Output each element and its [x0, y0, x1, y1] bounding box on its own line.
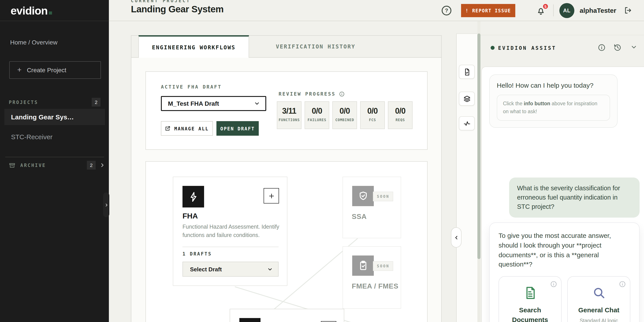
fha-draft-select[interactable]: M_Test FHA Draft — [161, 96, 266, 111]
create-project-button[interactable]: + Create Project — [9, 61, 101, 79]
add-fha-draft-button[interactable] — [264, 188, 279, 204]
user-name: alphaTester — [580, 6, 616, 14]
collapse-chevron-button[interactable] — [630, 44, 638, 51]
assist-header: EVIDION ASSIST — [480, 39, 644, 56]
info-icon[interactable] — [550, 281, 557, 288]
archive-icon — [9, 162, 16, 168]
help-button[interactable]: ? — [442, 6, 451, 15]
chevron-right-icon[interactable] — [100, 163, 105, 168]
card-divider — [182, 247, 278, 247]
assistant-message-text: To give you the most accurate answer, sh… — [498, 231, 630, 269]
option-subtitle: Standard AI logic — [571, 317, 626, 322]
manage-all-button[interactable]: MANAGE ALL — [161, 121, 213, 136]
info-icon[interactable] — [339, 91, 345, 97]
active-fha-draft-panel: ACTIVE FHA DRAFT M_Test FHA Draft MANAGE… — [146, 71, 428, 150]
logout-icon — [624, 6, 632, 14]
stat-functions: 3/11 FUNCTIONS — [277, 101, 302, 129]
stat-fcs: 0/0 FCS — [360, 101, 385, 129]
tab-bar: ENGINEERING WORKFLOWS VERIFICATION HISTO… — [131, 36, 441, 58]
page-title: Landing Gear System — [131, 4, 224, 14]
stat-value: 0/0 — [388, 107, 412, 116]
info-icon[interactable] — [619, 281, 626, 288]
sidebar-item-project[interactable]: STC-Receiver — [11, 133, 52, 141]
documents-tool-button[interactable] — [459, 65, 475, 79]
workflow-diagram-panel: FHA Functional Hazard Assessment. Identi… — [146, 161, 428, 322]
stat-value: 0/0 — [360, 107, 384, 116]
option-title: Search Documents — [502, 305, 558, 322]
assist-info-button[interactable] — [598, 44, 606, 51]
avatar[interactable]: AL — [559, 3, 574, 18]
logo-dot-icon — [49, 11, 52, 14]
logout-button[interactable] — [624, 6, 632, 14]
assist-panel: EVIDION ASSIST Hello! How can I help you… — [480, 21, 644, 322]
select-draft-dropdown[interactable]: Select Draft — [182, 262, 278, 277]
chevron-left-icon — [454, 235, 459, 240]
activity-tool-button[interactable] — [459, 116, 475, 130]
fha-drafts-count-label: 1 DRAFTS — [182, 251, 212, 256]
assistant-greeting-bubble: Hello! How can I help you today? Click t… — [489, 74, 618, 128]
sidebar-divider — [5, 157, 104, 157]
layers-tool-button[interactable] — [459, 92, 475, 106]
open-draft-button[interactable]: OPEN DRAFT — [216, 121, 259, 136]
notifications-button[interactable]: 5 — [536, 6, 546, 15]
sidebar-expand-handle[interactable] — [103, 193, 109, 217]
stat-label: FAILURES — [305, 118, 329, 122]
current-project-label: CURRENT PROJECT — [131, 0, 191, 3]
workflow-card-icon-square — [239, 318, 260, 322]
sidebar-item-home[interactable]: Home / Overview — [10, 39, 58, 46]
main-scrollbar — [478, 21, 480, 322]
assist-panel-divider — [480, 35, 644, 35]
activity-icon — [463, 120, 470, 127]
stat-reqs: 0/0 REQS — [388, 101, 412, 129]
add-button[interactable] — [321, 321, 336, 322]
notifications-count-badge: 5 — [542, 3, 549, 10]
user-message-bubble: What is the severity classification for … — [509, 178, 640, 218]
archive-label: ARCHIVE — [20, 163, 87, 168]
tip-bold: info button — [524, 101, 550, 106]
create-project-label: Create Project — [27, 66, 66, 73]
sidebar-divider — [0, 21, 109, 21]
select-draft-value: Select Draft — [190, 266, 267, 273]
stat-failures: 0/0 FAILURES — [304, 101, 329, 129]
report-issue-label: REPORT ISSUE — [472, 8, 511, 13]
alert-icon: ! — [466, 8, 469, 13]
layers-icon — [463, 95, 470, 102]
history-button[interactable] — [614, 44, 622, 51]
stat-value: 0/0 — [333, 107, 356, 116]
stat-label: FUNCTIONS — [277, 118, 301, 122]
sidebar-item-archive[interactable]: ARCHIVE 2 — [9, 159, 105, 171]
app-window: evidion Home / Overview + Create Project… — [0, 0, 644, 322]
workflow-card-partial — [230, 309, 344, 322]
review-progress-label: REVIEW PROGRESS — [278, 91, 336, 97]
stat-value: 0/0 — [305, 107, 329, 116]
fmea-card-title: FMEA / FMES — [352, 282, 398, 290]
stat-label: REQS — [388, 118, 412, 122]
option-general-chat[interactable]: General Chat Standard AI logic — [567, 276, 630, 322]
workflow-card-ssa: SOON SSA — [342, 177, 401, 238]
tab-engineering-workflows[interactable]: ENGINEERING WORKFLOWS — [138, 35, 249, 58]
lightning-icon — [182, 186, 204, 208]
app-logo: evidion — [10, 4, 52, 17]
main-scrollbar-thumb[interactable] — [478, 33, 480, 259]
review-progress-header: REVIEW PROGRESS — [278, 91, 345, 97]
tab-verification-history[interactable]: VERIFICATION HISTORY — [250, 36, 382, 57]
fha-draft-select-value: M_Test FHA Draft — [168, 100, 254, 107]
sidebar-item-project-active[interactable]: Landing Gear Sys… — [4, 109, 105, 125]
chevron-down-icon — [267, 266, 273, 272]
soon-badge: SOON — [373, 261, 394, 271]
projects-section-header: PROJECTS 2 — [9, 98, 100, 107]
report-issue-button[interactable]: ! REPORT ISSUE — [461, 4, 515, 17]
right-tool-strip — [456, 33, 478, 322]
fha-card-title: FHA — [182, 212, 198, 221]
assist-tip: Click the info button above for inspirat… — [497, 95, 610, 121]
assistant-message-bubble: To give you the most accurate answer, sh… — [489, 222, 640, 322]
header-divider — [553, 4, 554, 16]
stat-value: 3/11 — [277, 107, 301, 116]
panel-collapse-handle[interactable] — [451, 227, 462, 248]
archive-count-badge: 2 — [87, 161, 96, 170]
option-search-documents[interactable]: Search Documents Use your project files — [498, 276, 562, 322]
sidebar: evidion Home / Overview + Create Project… — [0, 0, 109, 322]
clipboard-check-icon — [352, 256, 374, 276]
status-dot-icon — [490, 46, 494, 50]
active-fha-draft-label: ACTIVE FHA DRAFT — [161, 84, 222, 90]
